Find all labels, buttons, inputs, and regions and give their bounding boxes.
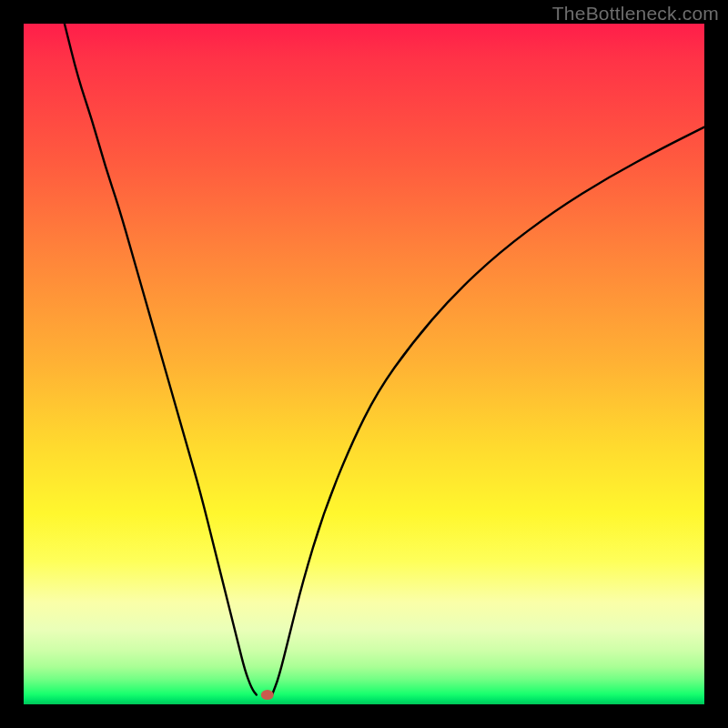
watermark-text: TheBottleneck.com	[552, 3, 719, 25]
bottleneck-curve	[24, 24, 704, 704]
chart-frame: TheBottleneck.com	[0, 0, 728, 728]
curve-left-branch	[65, 24, 257, 695]
curve-right-branch	[272, 127, 704, 695]
plot-area	[24, 24, 704, 704]
minimum-marker	[261, 690, 274, 700]
